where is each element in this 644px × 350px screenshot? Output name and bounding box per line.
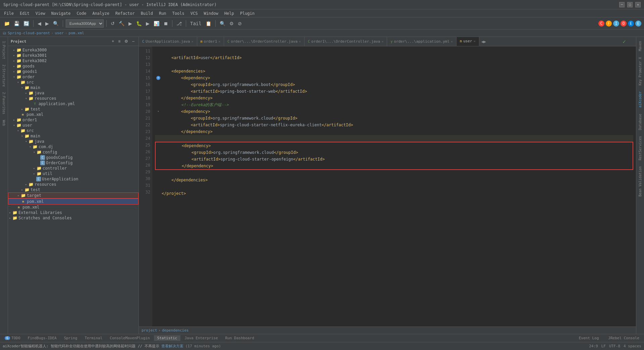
tree-item[interactable]: ▸📁goods: [8, 63, 139, 69]
toolbar-refresh-btn[interactable]: ↺: [109, 20, 116, 27]
menu-help[interactable]: Help: [222, 10, 237, 16]
tree-arrow[interactable]: ▸: [24, 91, 28, 95]
tree-item[interactable]: ▸📁Eureka3001: [8, 53, 139, 58]
bottom-tab-eventlog[interactable]: Event Log: [576, 335, 602, 341]
tab-close[interactable]: ✕: [451, 40, 453, 43]
tree-item[interactable]: ▸📁Eureka3000: [8, 47, 139, 53]
tab-close[interactable]: ✕: [381, 40, 383, 43]
bottom-tab-todo[interactable]: 6 TODO: [1, 335, 24, 341]
tab-user-active[interactable]: m user ✕: [457, 37, 479, 46]
tree-arrow[interactable]: ▸: [8, 211, 12, 215]
tree-arrow[interactable]: ▸: [12, 70, 16, 74]
tree-item[interactable]: ▸📁goods1: [8, 69, 139, 74]
left-panel-project[interactable]: 1:Project: [1, 38, 6, 62]
ie-icon[interactable]: I: [613, 20, 619, 27]
tree-item[interactable]: ▸📁test: [8, 187, 139, 192]
toolbar-coverage-btn[interactable]: 📊: [152, 20, 161, 27]
sidebar-add-btn[interactable]: +: [110, 38, 115, 44]
path-dependencies[interactable]: dependencies: [162, 328, 189, 333]
close-button[interactable]: ✕: [635, 2, 641, 7]
tree-item[interactable]: ▸📁External Libraries: [8, 210, 139, 215]
toolbar-project-btn[interactable]: 📁: [3, 20, 11, 27]
toolbar-build-btn[interactable]: 🔨: [117, 20, 126, 27]
bottom-tab-javaent[interactable]: Java Enterprise: [181, 335, 221, 341]
toolbar-nav-btn[interactable]: 🔍: [52, 20, 60, 27]
edge2-icon[interactable]: E: [635, 20, 641, 27]
tree-arrow[interactable]: ▾: [12, 75, 16, 79]
menu-refactor[interactable]: Refactor: [113, 10, 138, 16]
breadcrumb-root[interactable]: 🗂: [3, 31, 6, 35]
rs-maven[interactable]: Maven: [638, 38, 643, 54]
tree-arrow[interactable]: ▸: [32, 166, 36, 170]
tree-item[interactable]: ▸📁target: [8, 192, 139, 199]
tree-arrow[interactable]: ▸: [12, 48, 16, 52]
edge-icon[interactable]: E: [628, 20, 634, 27]
menu-analyze[interactable]: Analyze: [90, 10, 112, 16]
tree-arrow[interactable]: ▾: [28, 145, 32, 149]
breadcrumb-user[interactable]: user: [55, 31, 64, 35]
notification-link[interactable]: 查看解决方案: [161, 344, 183, 349]
sidebar-minimize-btn[interactable]: –: [131, 38, 136, 44]
tree-arrow[interactable]: ▸: [12, 118, 16, 122]
tree-item[interactable]: ▾📁main: [8, 85, 139, 90]
tree-arrow[interactable]: ▸: [12, 64, 16, 68]
bottom-tab-findbugs[interactable]: FindBugs-IDEA: [24, 335, 60, 341]
tree-item[interactable]: ▾📁main: [8, 133, 139, 139]
menu-run[interactable]: Run: [156, 10, 169, 16]
tree-item[interactable]: mpom.xml: [8, 112, 139, 117]
tree-item[interactable]: mpom.xml: [8, 205, 139, 210]
tree-arrow[interactable]: ▾: [24, 96, 28, 100]
tree-item[interactable]: Yapplication.yml: [8, 101, 139, 106]
path-project[interactable]: project: [142, 328, 157, 333]
tree-arrow[interactable]: ▾: [16, 129, 20, 133]
tab-order1[interactable]: m order1 ✕: [197, 37, 224, 46]
tab-order-controller[interactable]: C order\...\OrderController.java ✕: [224, 37, 305, 46]
toolbar-extra-btn[interactable]: ⊘: [236, 20, 243, 27]
menu-build[interactable]: Build: [138, 10, 156, 16]
left-panel-favorites[interactable]: 2:Favorites: [1, 89, 6, 117]
run-config-dropdown[interactable]: Eureka3000App: [66, 19, 104, 28]
tree-arrow[interactable]: ▸: [32, 172, 36, 176]
toolbar-settings-btn[interactable]: ⚙: [228, 20, 235, 27]
toolbar-run2-btn[interactable]: ▶: [145, 20, 151, 27]
tree-item[interactable]: ▸📁test: [8, 106, 139, 112]
tree-arrow[interactable]: ▸: [24, 182, 28, 186]
toolbar-debug-btn[interactable]: 🐛: [135, 20, 143, 27]
window-controls[interactable]: ─ □ ✕: [619, 2, 641, 7]
gutter-icon[interactable]: ⊙: [156, 76, 160, 80]
tree-item[interactable]: ▾📁src: [8, 80, 139, 85]
tree-item[interactable]: mpom.xml: [8, 199, 139, 205]
firefox-icon[interactable]: F: [606, 20, 612, 27]
rs-beanvalidation[interactable]: Bean Validation: [638, 164, 643, 199]
tree-item[interactable]: ▾📁user: [8, 123, 139, 128]
bottom-tab-spring[interactable]: Spring: [61, 335, 81, 341]
tab-order1-controller[interactable]: C order1\...\OrderController.java ✕: [305, 37, 387, 46]
toolbar-sync-btn[interactable]: 🔄: [22, 20, 31, 27]
tree-item[interactable]: ▸📁Scratches and Consoles: [8, 215, 139, 221]
tab-overflow[interactable]: ◀▶: [479, 37, 488, 46]
bottom-tab-terminal[interactable]: Terminal: [81, 335, 106, 341]
sidebar-tree[interactable]: ▸📁Eureka3000▸📁Eureka3001▸📁Eureka3002▸📁go…: [8, 46, 139, 334]
tree-item[interactable]: ▸📁resources: [8, 182, 139, 187]
toolbar-search-btn[interactable]: 🔍: [218, 20, 227, 27]
menu-code[interactable]: Code: [74, 10, 89, 16]
bottom-tab-rundashboard[interactable]: Run Dashboard: [222, 335, 258, 341]
tree-item[interactable]: ▸📁controller: [8, 166, 139, 171]
breadcrumb-project[interactable]: Spring-cloud-parent: [8, 31, 50, 35]
tab-close[interactable]: ✕: [474, 39, 476, 43]
toolbar-vcs-btn[interactable]: ⎇: [175, 20, 183, 27]
tree-arrow[interactable]: ▸: [12, 59, 16, 63]
menu-view[interactable]: View: [33, 10, 48, 16]
tree-item[interactable]: ▸📁Eureka3002: [8, 58, 139, 63]
tree-arrow[interactable]: ▾: [24, 139, 28, 143]
toolbar-back-btn[interactable]: ◀: [36, 20, 43, 27]
tree-item[interactable]: ▾📁config: [8, 149, 139, 155]
tree-arrow[interactable]: ▸: [20, 188, 24, 192]
menu-edit[interactable]: Edit: [17, 10, 32, 16]
menu-window[interactable]: Window: [201, 10, 221, 16]
tree-item[interactable]: ▾📁com.dj: [8, 144, 139, 149]
bottom-tab-statistic[interactable]: Statistic: [154, 335, 181, 341]
tree-item[interactable]: CgoodsConfig: [8, 155, 139, 160]
tree-arrow[interactable]: ▾: [16, 80, 20, 84]
tree-arrow[interactable]: ▾: [20, 86, 24, 90]
